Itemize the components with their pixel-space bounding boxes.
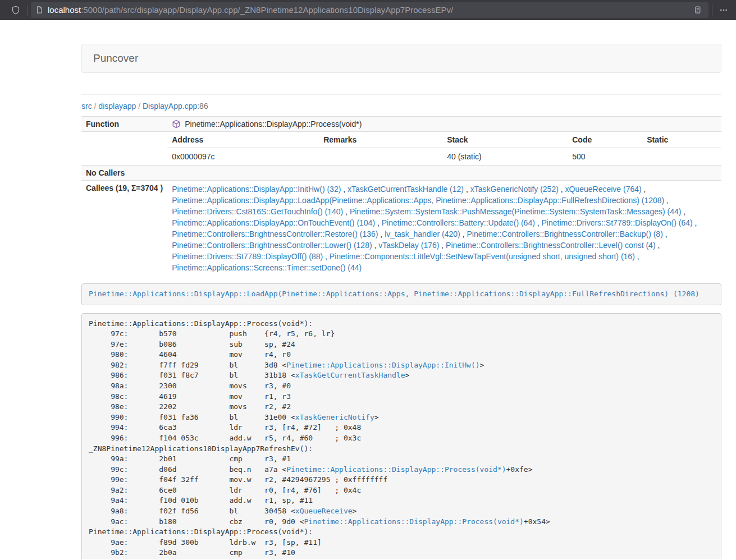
- remarks-value: [319, 148, 442, 166]
- url-host: localhost: [48, 5, 81, 15]
- details-row: Address Remarks Stack Code Static 0x0000…: [81, 132, 721, 166]
- callee-link[interactable]: Pinetime::Controllers::Battery::Update()…: [382, 218, 535, 227]
- reader-mode-icon[interactable]: [689, 2, 705, 18]
- function-details-table: Address Remarks Stack Code Static 0x0000…: [167, 132, 721, 165]
- col-header-code: Code: [568, 132, 642, 148]
- assembly-line: 99c: d06d beq.n a7a <Pinetime::Applicati…: [89, 465, 714, 475]
- toolbar-divider: [712, 4, 712, 16]
- breadcrumb-separator: /: [136, 102, 143, 111]
- assembly-symbol-link[interactable]: Pinetime::Applications::DisplayApp::Proc…: [304, 517, 524, 526]
- callee-link[interactable]: Pinetime::Drivers::St7789::DisplayOff() …: [172, 252, 323, 261]
- app-header-panel: Puncover: [81, 44, 721, 73]
- col-header-remarks: Remarks: [319, 132, 442, 148]
- callee-link[interactable]: xTaskGetCurrentTaskHandle (12): [348, 185, 464, 194]
- assembly-line: 9a8: f02f fd56 bl 30458 <xQueueReceive>: [89, 506, 714, 517]
- function-name: Pinetime::Applications::DisplayApp::Proc…: [185, 120, 362, 128]
- function-row: Function Pinetime::Applications::Display…: [81, 117, 721, 132]
- cube-icon: [172, 120, 181, 128]
- no-callers-label: No Callers: [81, 166, 167, 181]
- callees-label: Callees (19, Σ=3704 ): [81, 181, 167, 277]
- divider: [81, 94, 721, 95]
- toolbar-divider: [27, 4, 28, 16]
- callees-list: Pinetime::Applications::DisplayApp::Init…: [167, 181, 721, 277]
- static-value: [642, 148, 721, 166]
- assembly-line: 990: f031 fa36 bl 31e00 <xTaskGenericNot…: [89, 412, 714, 423]
- code-value: 500: [568, 148, 642, 166]
- callee-link[interactable]: Pinetime::System::SystemTask::PushMessag…: [350, 207, 682, 216]
- assembly-line: 97c: b570 push {r4, r5, r6, lr}: [89, 329, 714, 339]
- callee-link[interactable]: Pinetime::Controllers::BrightnessControl…: [172, 241, 372, 250]
- highlighted-snippet: Pinetime::Applications::DisplayApp::Load…: [81, 283, 721, 305]
- assembly-line: 99e: f04f 32ff mov.w r2, #4294967295 ; 0…: [89, 475, 714, 485]
- callee-link[interactable]: Pinetime::Components::LittleVgl::SetNewT…: [330, 252, 635, 261]
- assembly-line: 99a: 2b01 cmp r3, #1: [89, 454, 714, 465]
- breadcrumb-link[interactable]: DisplayApp.cpp: [143, 102, 197, 111]
- assembly-line: Pinetime::Applications::DisplayApp::Proc…: [89, 527, 714, 538]
- col-header-static: Static: [642, 132, 721, 148]
- url-bar[interactable]: localhost:5000/path/src/displayapp/Displ…: [31, 2, 708, 18]
- assembly-line: 982: f7ff fd29 bl 3d8 <Pinetime::Applica…: [89, 360, 714, 371]
- assembly-line: 9a4: f10d 010b add.w r1, sp, #11: [89, 495, 714, 506]
- address-value: 0x0000097c: [167, 148, 319, 166]
- callee-link[interactable]: Pinetime::Applications::Screens::Timer::…: [172, 263, 362, 272]
- assembly-line: 996: f104 053c add.w r5, r4, #60 ; 0x3c: [89, 433, 714, 444]
- breadcrumb-link[interactable]: displayapp: [98, 102, 136, 111]
- assembly-symbol-link[interactable]: xTaskGetCurrentTaskHandle: [295, 371, 405, 379]
- menu-meatball-icon[interactable]: [716, 2, 732, 18]
- table-row: 0x0000097c 40 (static) 500: [167, 148, 721, 166]
- assembly-symbol-link[interactable]: Pinetime::Applications::DisplayApp::Init…: [286, 361, 479, 369]
- callees-row: Callees (19, Σ=3704 ) Pinetime::Applicat…: [81, 181, 721, 277]
- symbol-table: Function Pinetime::Applications::Display…: [81, 116, 721, 276]
- assembly-line: 994: 6ca3 ldr r3, [r4, #72] ; 0x48: [89, 423, 714, 433]
- details-header-row: Address Remarks Stack Code Static: [167, 132, 721, 148]
- url-path: :5000/path/src/displayapp/DisplayApp.cpp…: [81, 5, 453, 15]
- assembly-line: 9ae: f89d 300b ldrb.w r3, [sp, #11]: [89, 538, 714, 548]
- assembly-line: 98c: 4619 mov r1, r3: [89, 392, 714, 402]
- callee-link[interactable]: Pinetime::Drivers::St7789::DisplayOn() (…: [542, 218, 693, 227]
- breadcrumb: src / displayapp / DisplayApp.cpp:86: [81, 102, 721, 111]
- col-header-stack: Stack: [442, 132, 568, 148]
- callee-link[interactable]: Pinetime::Applications::DisplayApp::OnTo…: [172, 218, 375, 227]
- assembly-symbol-link[interactable]: xQueueReceive: [295, 507, 353, 515]
- col-header-address: Address: [167, 132, 319, 148]
- assembly-line: 97e: b086 sub sp, #24: [89, 339, 714, 350]
- assembly-listing: Pinetime::Applications::DisplayApp::Proc…: [81, 313, 721, 559]
- snippet-link[interactable]: Pinetime::Applications::DisplayApp::Load…: [89, 290, 700, 298]
- breadcrumb-link[interactable]: src: [81, 102, 92, 111]
- function-label: Function: [81, 117, 167, 132]
- assembly-symbol-link[interactable]: Pinetime::Applications::DisplayApp::Proc…: [286, 465, 506, 474]
- url-text: localhost:5000/path/src/displayapp/Displ…: [48, 5, 689, 15]
- callee-link[interactable]: Pinetime::Controllers::BrightnessControl…: [467, 229, 662, 238]
- callee-link[interactable]: vTaskDelay (176): [378, 241, 439, 250]
- callee-link[interactable]: Pinetime::Applications::DisplayApp::Load…: [172, 196, 664, 205]
- callee-link[interactable]: xQueueReceive (764): [565, 185, 642, 194]
- assembly-line: _ZN8Pinetime12Applications10DisplayApp7R…: [89, 444, 714, 455]
- callee-link[interactable]: Pinetime::Controllers::BrightnessControl…: [446, 241, 655, 250]
- callee-link[interactable]: Pinetime::Drivers::Cst816S::GetTouchInfo…: [172, 207, 343, 216]
- assembly-line: 98a: 2300 movs r3, #0: [89, 381, 714, 392]
- callee-link[interactable]: Pinetime::Applications::DisplayApp::Init…: [172, 185, 341, 194]
- assembly-line: 980: 4604 mov r4, r0: [89, 350, 714, 360]
- assembly-line: 98e: 2202 movs r2, #2: [89, 402, 714, 412]
- browser-toolbar: localhost:5000/path/src/displayapp/Displ…: [0, 0, 736, 20]
- stack-value: 40 (static): [442, 148, 568, 166]
- callee-link[interactable]: lv_task_handler (420): [385, 229, 460, 238]
- assembly-line: 986: f031 f8c7 bl 31b18 <xTaskGetCurrent…: [89, 370, 714, 381]
- shield-icon[interactable]: [8, 2, 24, 18]
- page-title: Puncover: [93, 52, 138, 64]
- assembly-line: Pinetime::Applications::DisplayApp::Proc…: [89, 319, 714, 329]
- page-icon: [34, 5, 44, 15]
- breadcrumb-line-number: :86: [197, 102, 208, 111]
- callee-link[interactable]: Pinetime::Controllers::BrightnessControl…: [172, 229, 378, 238]
- assembly-line: 9b2: 2b0a cmp r3, #10: [89, 548, 714, 558]
- breadcrumb-separator: /: [92, 102, 99, 111]
- assembly-symbol-link[interactable]: xTaskGenericNotify: [295, 413, 374, 421]
- page: Puncover src / displayapp / DisplayApp.c…: [0, 20, 736, 559]
- no-callers-row: No Callers: [81, 166, 721, 181]
- assembly-line: 9ac: b180 cbz r0, 9d0 <Pinetime::Applica…: [89, 517, 714, 527]
- callee-link[interactable]: xTaskGenericNotify (252): [470, 185, 559, 194]
- assembly-line: 9a2: 6ce0 ldr r0, [r4, #76] ; 0x4c: [89, 485, 714, 496]
